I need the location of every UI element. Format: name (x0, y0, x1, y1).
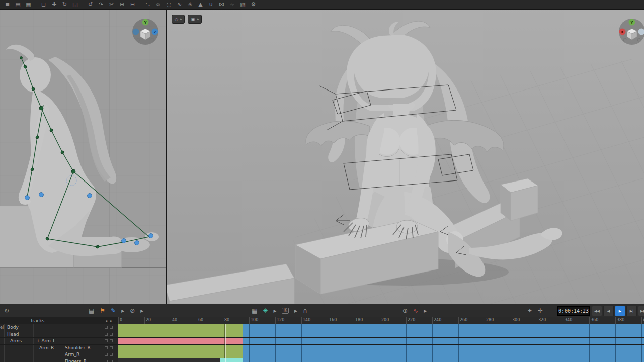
ghosting-icon[interactable]: ▦ (252, 304, 257, 317)
track-corner-label (0, 358, 5, 362)
playhead[interactable] (225, 324, 226, 362)
viewport-main[interactable]: ◇▸▣▸ Y X (167, 10, 644, 304)
track-row[interactable]: Fingers_R (0, 358, 118, 362)
physics-toggle-icon[interactable]: ✳ (263, 304, 268, 317)
menu-icon[interactable]: ≡ (2, 0, 13, 9)
ik-solver-icon[interactable]: ⋈ (216, 0, 227, 9)
physics-expand-icon[interactable]: ▸ (273, 304, 276, 317)
skip-to-start-button[interactable]: ◀◀ (592, 306, 602, 316)
track-toggle[interactable] (110, 346, 113, 349)
ruler-tick: 120 (275, 317, 284, 324)
track-toggle[interactable] (105, 333, 108, 336)
viewport-header-pill[interactable]: ▣▸ (188, 15, 202, 24)
scene-icon[interactable]: ▤ (13, 0, 23, 9)
track-label (5, 351, 33, 358)
graph-icon[interactable]: ≈ (227, 0, 237, 9)
axis-x-neg-ball[interactable] (133, 29, 139, 35)
animation-clip-blue[interactable] (243, 331, 644, 338)
track-row[interactable]: elBody (0, 324, 118, 331)
magnet-icon[interactable]: ∪ (206, 0, 216, 9)
audio-icon[interactable]: ∩ (303, 304, 307, 317)
camera-select-icon[interactable]: ▣ (191, 15, 195, 23)
track-toggle[interactable] (105, 346, 108, 349)
track-toggle[interactable] (110, 353, 113, 356)
track-label (62, 338, 101, 344)
shape-select-icon[interactable]: ◇ (175, 15, 178, 23)
move-icon[interactable]: ✚ (49, 0, 59, 9)
redo-icon[interactable]: ↷ (96, 0, 106, 9)
flag-icon[interactable]: ⚑ (100, 304, 105, 317)
interp-expand-icon[interactable]: ▸ (140, 304, 143, 317)
track-toggle[interactable] (110, 339, 113, 342)
settings-icon[interactable]: ⚙ (248, 0, 259, 9)
cut-icon[interactable]: ✂ (106, 0, 117, 9)
timeline-track-lane[interactable] (118, 331, 644, 338)
ik-mode-icon[interactable]: IK (282, 308, 289, 314)
ruler-tick: 240 (432, 317, 441, 324)
timeline-track-lane[interactable] (118, 345, 644, 352)
ghost-icon[interactable]: ◌ (164, 0, 174, 9)
curves-expand-icon[interactable]: ▸ (424, 304, 427, 317)
fulcrum-icon[interactable]: ▲ (195, 0, 206, 9)
interpolation-off-icon[interactable]: ⊘ (130, 304, 135, 317)
column-b-icon[interactable]: ▪ (110, 319, 112, 322)
frame-back-button[interactable]: ◀ (603, 306, 614, 316)
timeline-ruler[interactable]: 0204060801001201401601802002202402602803… (118, 317, 644, 325)
curves-icon[interactable]: ∿ (413, 304, 418, 317)
column-a-icon[interactable]: ▪ (106, 319, 107, 322)
keys-expand-icon[interactable]: ▸ (121, 304, 124, 317)
track-toggle[interactable] (110, 333, 113, 336)
animation-clip-blue[interactable] (243, 358, 644, 362)
viewport-header-pill[interactable]: ◇▸ (172, 15, 185, 24)
animation-clip-blue[interactable] (243, 351, 644, 358)
pointer-mode-icon[interactable]: ✦ (527, 304, 532, 317)
timeline-track-lane[interactable] (118, 324, 644, 331)
animation-clip-cyan[interactable] (220, 358, 243, 362)
loop-icon[interactable]: ↻ (4, 304, 9, 317)
select-icon[interactable]: ◻ (38, 0, 49, 9)
shape-expand-icon[interactable]: ▸ (180, 15, 182, 23)
track-toggle[interactable] (110, 360, 113, 362)
layers-icon[interactable]: ▤ (89, 304, 94, 317)
timeline-body[interactable] (118, 324, 644, 362)
paste-icon[interactable]: ⊟ (127, 0, 138, 9)
trajectory-icon[interactable]: ∿ (174, 0, 185, 9)
animation-clip-blue[interactable] (243, 345, 644, 351)
pivot-center-icon[interactable]: ✛ (538, 304, 543, 317)
timeline-track-lane[interactable] (118, 338, 644, 345)
viewport-layout-icon[interactable]: ▦ (23, 0, 34, 9)
animation-clip-blue[interactable] (243, 324, 644, 331)
animation-clip-blue[interactable] (243, 338, 644, 344)
track-toggle[interactable] (105, 353, 108, 356)
undo-icon[interactable]: ↺ (85, 0, 96, 9)
copy-icon[interactable]: ⊞ (117, 0, 127, 9)
timeline-track-lane[interactable] (118, 358, 644, 362)
scale-icon[interactable]: ◱ (70, 0, 80, 9)
track-row[interactable]: - Arms+ Arm_L (0, 338, 118, 345)
timeline-track-lane[interactable] (118, 351, 644, 358)
camera-icon[interactable]: ▧ (237, 0, 248, 9)
autokey-icon[interactable]: ✎ (111, 304, 116, 317)
link-icon[interactable]: ∞ (153, 0, 164, 9)
track-toggle[interactable] (110, 326, 113, 329)
ruler-tick-label: 240 (433, 317, 441, 324)
frame-forward-button[interactable]: ▶| (626, 306, 637, 316)
skip-to-end-button[interactable]: ▶▶ (638, 306, 644, 316)
mirror-icon[interactable]: ⇋ (142, 0, 153, 9)
camera-expand-icon[interactable]: ▸ (197, 15, 199, 23)
pivot-target-icon[interactable]: ⊕ (403, 304, 408, 317)
rotate-icon[interactable]: ↻ (59, 0, 70, 9)
track-row[interactable]: Arm_R (0, 351, 118, 358)
physics-icon[interactable]: ✳ (185, 0, 195, 9)
orientation-gizmo-main[interactable]: Y X (618, 18, 644, 46)
viewport-side[interactable]: Y Z (0, 10, 167, 304)
orientation-gizmo-side[interactable]: Y Z (131, 18, 159, 46)
track-row[interactable]: - Arm_RShoulder_R (0, 345, 118, 352)
track-toggle[interactable] (105, 339, 108, 342)
track-toggle[interactable] (105, 360, 108, 362)
track-toggle[interactable] (105, 326, 108, 329)
ik-expand-icon[interactable]: ▸ (294, 304, 297, 317)
toolbar-separator (36, 2, 36, 8)
play-button[interactable]: ▶ (615, 306, 625, 316)
track-row[interactable]: Head (0, 331, 118, 338)
